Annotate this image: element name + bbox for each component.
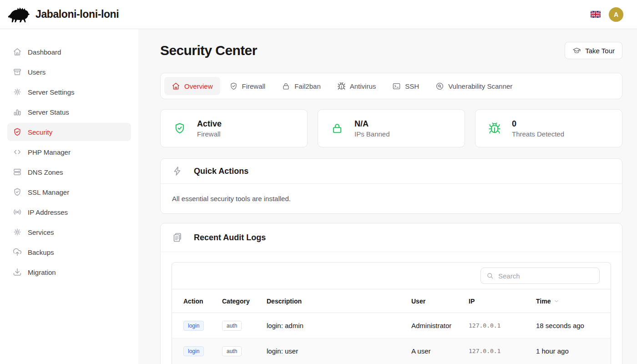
sidebar-item-migration[interactable]: Migration — [7, 263, 131, 281]
sidebar-item-users[interactable]: Users — [7, 63, 131, 81]
top-header: Jabaloni-loni-loni A — [0, 0, 637, 29]
column-header-time[interactable]: Time — [536, 289, 611, 313]
bug-icon — [337, 82, 346, 91]
audit-search-input[interactable] — [480, 268, 600, 284]
take-tour-label: Take Tour — [585, 47, 615, 55]
shield-check-icon — [173, 122, 186, 135]
sidebar-item-label: Migration — [28, 268, 56, 276]
sidebar-item-label: PHP Manager — [28, 148, 71, 156]
status-label: Threats Detected — [512, 130, 564, 138]
status-card-threats-detected: 0Threats Detected — [475, 109, 622, 147]
audit-logs-table-box: ActionCategoryDescriptionUserIPTime logi… — [172, 262, 611, 364]
quick-actions-message: All essential security tools are install… — [161, 184, 622, 213]
bar-chart-icon — [13, 107, 22, 116]
sidebar-item-dns-zones[interactable]: DNS Zones — [7, 163, 131, 181]
cloud-upload-icon — [13, 248, 22, 257]
audit-logs-title: Recent Audit Logs — [194, 233, 266, 243]
status-card-ips-banned: N/AIPs Banned — [318, 109, 465, 147]
ip-cell: 127.0.0.1 — [469, 313, 536, 339]
shield-check-icon — [13, 187, 22, 197]
broadcast-icon — [13, 207, 22, 217]
tab-label: Fail2ban — [294, 82, 321, 90]
main-content: Security Center Take Tour OverviewFirewa… — [138, 29, 637, 364]
sidebar-item-ssl-manager[interactable]: SSL Manager — [7, 183, 131, 201]
tab-label: Firewall — [242, 82, 266, 90]
description-cell: login: user — [267, 339, 411, 364]
ip-cell: 127.0.0.1 — [469, 339, 536, 364]
scan-search-icon — [435, 82, 444, 91]
status-cards: ActiveFirewallN/AIPs Banned0Threats Dete… — [160, 109, 622, 147]
lock-icon — [331, 122, 344, 135]
sidebar-item-services[interactable]: Services — [7, 223, 131, 241]
status-card-firewall: ActiveFirewall — [160, 109, 308, 147]
sidebar-item-backups[interactable]: Backups — [7, 243, 131, 261]
sidebar-item-server-status[interactable]: Server Status — [7, 103, 131, 121]
download-icon — [13, 268, 22, 277]
user-cell: Administrator — [411, 313, 469, 339]
tab-overview[interactable]: Overview — [164, 77, 220, 95]
sidebar-item-label: Server Settings — [28, 88, 75, 96]
column-label: Description — [267, 298, 302, 305]
column-label: Time — [536, 298, 551, 305]
tab-antivirus[interactable]: Antivirus — [330, 77, 384, 95]
column-header-ip[interactable]: IP — [469, 289, 536, 313]
bug-icon — [488, 122, 501, 135]
tab-fail2ban[interactable]: Fail2ban — [274, 77, 328, 95]
sidebar-item-label: DNS Zones — [28, 168, 63, 176]
column-header-action[interactable]: Action — [172, 289, 222, 313]
table-row: loginauthlogin: userA user127.0.0.11 hou… — [172, 339, 611, 364]
user-avatar[interactable]: A — [609, 7, 623, 22]
tab-label: Vulnerability Scanner — [448, 82, 512, 90]
tab-ssh[interactable]: SSH — [385, 77, 426, 95]
column-header-category[interactable]: Category — [222, 289, 267, 313]
sidebar-item-label: Services — [28, 228, 54, 236]
boar-logo-icon — [7, 6, 31, 23]
chevron-down-icon — [553, 298, 560, 304]
status-label: IPs Banned — [354, 130, 390, 138]
sidebar-item-dashboard[interactable]: Dashboard — [7, 43, 131, 61]
status-value: N/A — [354, 119, 390, 129]
sidebar: DashboardUsersServer SettingsServer Stat… — [0, 29, 138, 364]
time-cell: 1 hour ago — [536, 339, 611, 364]
take-tour-button[interactable]: Take Tour — [565, 42, 622, 59]
gear-icon — [13, 228, 22, 237]
tab-label: SSH — [405, 82, 419, 90]
sidebar-item-label: SSL Manager — [28, 188, 69, 196]
tab-vulnerability-scanner[interactable]: Vulnerability Scanner — [428, 77, 520, 95]
brand-link[interactable]: Jabaloni-loni-loni — [7, 6, 119, 23]
lock-icon — [282, 82, 290, 91]
page-title: Security Center — [160, 43, 257, 58]
status-value: Active — [197, 119, 222, 129]
sidebar-item-label: Server Status — [28, 108, 69, 116]
shield-check-icon — [229, 82, 238, 91]
sidebar-item-server-settings[interactable]: Server Settings — [7, 83, 131, 101]
tab-label: Antivirus — [350, 82, 376, 90]
action-badge: login — [183, 321, 204, 331]
status-label: Firewall — [197, 130, 222, 138]
tab-firewall[interactable]: Firewall — [222, 77, 273, 95]
description-cell: login: admin — [267, 313, 411, 339]
sidebar-item-security[interactable]: Security — [7, 123, 131, 141]
column-label: Category — [222, 298, 250, 305]
sidebar-item-ip-addresses[interactable]: IP Addresses — [7, 203, 131, 221]
graduation-cap-icon — [572, 46, 581, 55]
code-icon — [13, 147, 22, 157]
language-switcher[interactable] — [591, 11, 601, 18]
category-badge: auth — [222, 321, 242, 331]
table-row: loginauthlogin: adminAdministrator127.0.… — [172, 313, 611, 339]
column-header-description[interactable]: Description — [267, 289, 411, 313]
sidebar-item-php-manager[interactable]: PHP Manager — [7, 143, 131, 161]
lightning-icon — [172, 166, 183, 177]
clipboard-icon — [172, 232, 183, 243]
quick-actions-section: Quick Actions All essential security too… — [160, 158, 622, 214]
column-label: User — [411, 298, 425, 305]
column-header-user[interactable]: User — [411, 289, 469, 313]
brand-name: Jabaloni-loni-loni — [35, 8, 119, 20]
home-icon — [13, 47, 22, 56]
uk-flag-icon — [591, 11, 601, 18]
action-badge: login — [183, 346, 204, 356]
search-icon — [486, 272, 494, 280]
sidebar-item-label: IP Addresses — [28, 208, 68, 216]
server-icon — [13, 167, 22, 177]
gear-icon — [13, 87, 22, 96]
